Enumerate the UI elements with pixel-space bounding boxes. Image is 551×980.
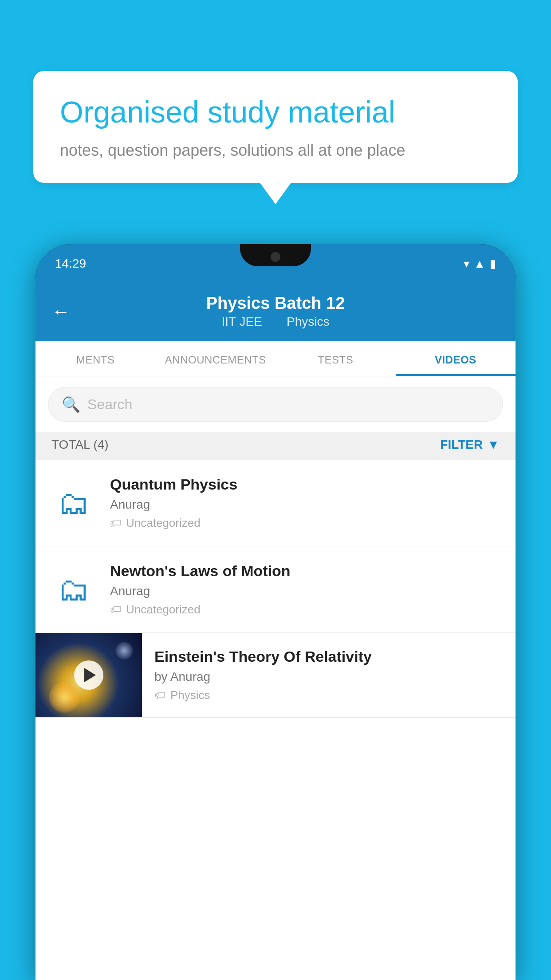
list-item[interactable]: 🗂 Newton's Laws of Motion Anurag 🏷 Uncat… bbox=[35, 546, 516, 633]
camera bbox=[271, 252, 280, 262]
video-list: 🗂 Quantum Physics Anurag 🏷 Uncategorized… bbox=[35, 460, 516, 718]
app-header: ← Physics Batch 12 IIT JEE Physics bbox=[35, 283, 516, 341]
bubble-title: Organised study material bbox=[60, 94, 491, 130]
video-title: Einstein's Theory Of Relativity bbox=[154, 648, 503, 665]
list-item[interactable]: Einstein's Theory Of Relativity by Anura… bbox=[35, 633, 516, 718]
video-title: Quantum Physics bbox=[110, 476, 500, 493]
total-count: TOTAL (4) bbox=[51, 438, 109, 452]
tag-label: Physics bbox=[170, 688, 210, 702]
tag-label: Uncategorized bbox=[126, 516, 201, 530]
video-thumbnail bbox=[35, 633, 142, 717]
video-author: Anurag bbox=[110, 498, 500, 512]
play-button[interactable] bbox=[74, 660, 103, 690]
status-bar: 14:29 ▾ ▲ ▮ bbox=[35, 244, 516, 283]
tag-icon: 🏷 bbox=[154, 688, 166, 702]
batch-title: Physics Batch 12 bbox=[206, 294, 345, 313]
tag-icon: 🏷 bbox=[110, 603, 122, 616]
filter-bar: TOTAL (4) FILTER ▼ bbox=[35, 432, 516, 460]
tab-tests[interactable]: TESTS bbox=[276, 341, 396, 376]
folder-icon: 🗂 bbox=[58, 573, 90, 605]
tab-announcements[interactable]: ANNOUNCEMENTS bbox=[156, 341, 276, 376]
wifi-icon: ▾ bbox=[464, 257, 469, 271]
back-button[interactable]: ← bbox=[51, 301, 70, 322]
phone-frame: 14:29 ▾ ▲ ▮ ← Physics Batch 12 IIT JEE P… bbox=[35, 244, 516, 980]
subtitle-iit: IIT JEE bbox=[222, 315, 262, 328]
orb1 bbox=[49, 682, 80, 713]
video-author: Anurag bbox=[110, 584, 500, 598]
filter-label: FILTER bbox=[440, 438, 483, 452]
tag-icon: 🏷 bbox=[110, 516, 122, 530]
search-icon: 🔍 bbox=[62, 395, 80, 413]
video-info: Newton's Laws of Motion Anurag 🏷 Uncateg… bbox=[110, 562, 500, 616]
tab-ments[interactable]: MENTS bbox=[35, 341, 156, 376]
header-title-group: Physics Batch 12 IIT JEE Physics bbox=[206, 294, 345, 329]
video-tag: 🏷 Physics bbox=[154, 688, 503, 702]
filter-button[interactable]: FILTER ▼ bbox=[440, 438, 500, 452]
folder-icon-wrap: 🗂 bbox=[51, 573, 96, 605]
play-icon bbox=[84, 668, 96, 682]
folder-icon-wrap: 🗂 bbox=[51, 487, 96, 519]
video-title: Newton's Laws of Motion bbox=[110, 562, 500, 580]
status-icons: ▾ ▲ ▮ bbox=[464, 257, 496, 271]
filter-icon: ▼ bbox=[487, 438, 500, 452]
video-tag: 🏷 Uncategorized bbox=[110, 603, 500, 616]
tag-label: Uncategorized bbox=[126, 603, 201, 616]
video-info: Quantum Physics Anurag 🏷 Uncategorized bbox=[110, 476, 500, 530]
battery-icon: ▮ bbox=[490, 257, 496, 271]
search-placeholder: Search bbox=[87, 396, 132, 413]
subtitle-physics: Physics bbox=[287, 315, 329, 328]
tab-videos[interactable]: VIDEOS bbox=[396, 341, 516, 376]
search-bar[interactable]: 🔍 Search bbox=[48, 387, 503, 422]
orb2 bbox=[115, 642, 133, 660]
folder-icon: 🗂 bbox=[58, 487, 90, 519]
tab-bar: MENTS ANNOUNCEMENTS TESTS VIDEOS bbox=[35, 341, 516, 376]
phone-notch bbox=[240, 244, 311, 266]
bubble-subtitle: notes, question papers, solutions all at… bbox=[60, 141, 491, 160]
video-author: by Anurag bbox=[154, 670, 503, 684]
signal-icon: ▲ bbox=[474, 257, 485, 271]
speech-bubble: Organised study material notes, question… bbox=[33, 71, 518, 183]
video-tag: 🏷 Uncategorized bbox=[110, 516, 500, 530]
list-item[interactable]: 🗂 Quantum Physics Anurag 🏷 Uncategorized bbox=[35, 460, 516, 546]
batch-subtitle: IIT JEE Physics bbox=[206, 315, 345, 329]
phone-time: 14:29 bbox=[55, 257, 86, 271]
phone-screen: ← Physics Batch 12 IIT JEE Physics MENTS… bbox=[35, 283, 516, 980]
video-info: Einstein's Theory Of Relativity by Anura… bbox=[142, 634, 516, 716]
